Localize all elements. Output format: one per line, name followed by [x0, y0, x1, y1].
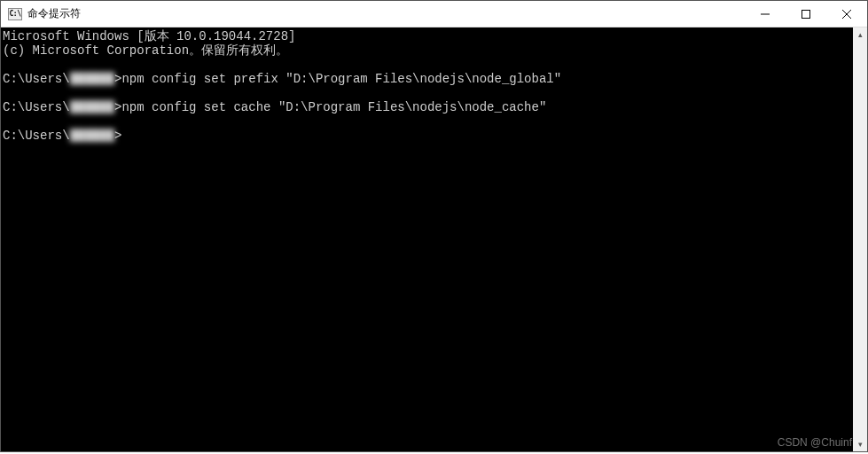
prompt-line: C:\Users\██████>: [3, 129, 121, 143]
prompt-line: C:\Users\██████>npm config set cache "D:…: [3, 100, 546, 114]
prompt-line: C:\Users\██████>npm config set prefix "D…: [3, 72, 561, 86]
scroll-up-icon[interactable]: ▴: [853, 27, 867, 42]
minimize-button[interactable]: [745, 1, 786, 27]
close-icon: [842, 10, 851, 19]
maximize-icon: [802, 10, 810, 19]
maximize-button[interactable]: [786, 1, 826, 27]
terminal-output[interactable]: Microsoft Windows [版本 10.0.19044.2728] (…: [1, 27, 853, 451]
svg-rect-1: [802, 10, 810, 18]
redacted-username: ██████: [70, 100, 114, 114]
titlebar[interactable]: C:\ 命令提示符: [1, 1, 867, 27]
scroll-down-icon[interactable]: ▾: [853, 437, 867, 451]
cmd-window: C:\ 命令提示符 Microsoft Windows [版本 10.0.190…: [0, 0, 868, 452]
output-line: (c) Microsoft Corporation。保留所有权利。: [3, 43, 288, 58]
cmd-icon: C:\: [8, 8, 22, 20]
redacted-username: ██████: [70, 129, 114, 143]
terminal-area: Microsoft Windows [版本 10.0.19044.2728] (…: [1, 27, 867, 451]
vertical-scrollbar[interactable]: ▴ ▾: [853, 27, 867, 451]
output-line: Microsoft Windows [版本 10.0.19044.2728]: [3, 29, 295, 43]
window-controls: [745, 1, 867, 27]
close-button[interactable]: [826, 1, 867, 27]
window-title: 命令提示符: [27, 6, 745, 21]
minimize-icon: [761, 10, 770, 19]
redacted-username: ██████: [70, 72, 114, 86]
